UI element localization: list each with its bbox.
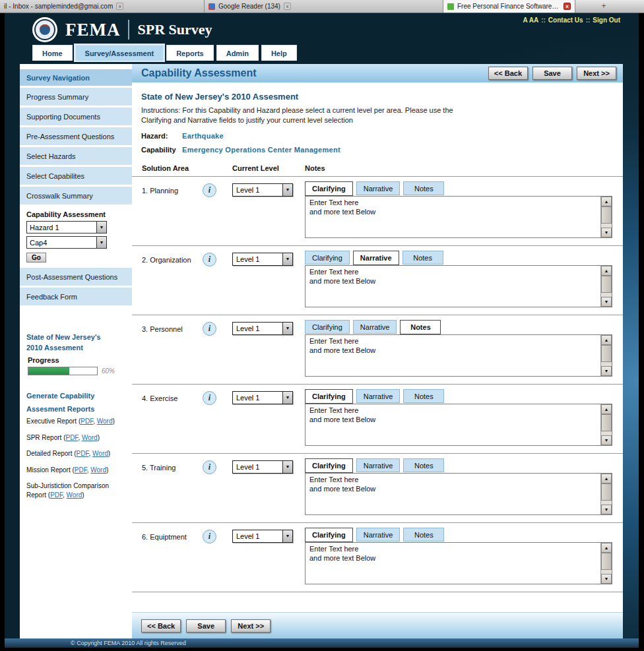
scroll-down-icon[interactable]: ▼ [601,366,612,376]
scroll-up-icon[interactable]: ▲ [601,266,612,276]
save-button[interactable]: Save [532,67,572,80]
close-icon[interactable]: x [564,3,571,10]
tab-narrative[interactable]: Narrative [356,458,401,472]
scrollbar[interactable]: ▲▼ [600,543,612,584]
info-icon[interactable]: i [203,322,216,336]
scrollbar[interactable]: ▲▼ [600,474,612,514]
next-button[interactable]: Next >> [577,67,616,80]
chevron-down-icon[interactable]: ▼ [282,461,292,473]
scroll-down-icon[interactable]: ▼ [601,435,612,445]
mission-report-pdf-link[interactable]: PDF [75,466,87,474]
tab-narrative[interactable]: Narrative [356,389,401,403]
scroll-down-icon[interactable]: ▼ [601,297,612,307]
sidebar-item-select-capabilities[interactable]: Select Capabilites [20,167,132,185]
scroll-thumb[interactable] [601,483,612,501]
contact-us-link[interactable]: Contact Us [548,16,583,24]
back-button[interactable]: << Back [488,67,528,80]
close-icon[interactable]: x [116,3,123,10]
scroll-thumb[interactable] [601,345,612,362]
scroll-up-icon[interactable]: ▲ [601,474,612,483]
new-tab-button[interactable]: + [596,0,611,13]
browser-tab-google-reader[interactable]: Google Reader (134) x [205,0,443,13]
sidebar-item-supporting-documents[interactable]: Supporting Documents [20,108,132,125]
chevron-down-icon[interactable]: ▼ [96,237,106,248]
scrollbar[interactable]: ▲▼ [600,197,612,237]
scroll-thumb[interactable] [601,276,612,293]
go-button[interactable]: Go [26,253,46,263]
tab-clarifying[interactable]: Clarifying [305,320,350,334]
scrollbar[interactable]: ▲▼ [600,266,612,307]
current-level-select[interactable]: Level 1▼ [232,183,293,197]
detailed-report-word-link[interactable]: Word [92,450,108,457]
tab-clarifying[interactable]: Clarifying [305,251,350,264]
sidebar-item-select-hazards[interactable]: Select Hazards [20,147,132,165]
tab-notes[interactable]: Notes [403,181,444,195]
scrollbar[interactable]: ▲▼ [600,404,612,445]
chevron-down-icon[interactable]: ▼ [282,323,292,334]
tab-admin[interactable]: Admin [216,45,259,61]
next-button[interactable]: Next >> [231,619,271,633]
chevron-down-icon[interactable]: ▼ [282,392,292,404]
scroll-up-icon[interactable]: ▲ [601,404,612,414]
chevron-down-icon[interactable]: ▼ [282,184,292,196]
notes-textarea[interactable]: Enter Text here and more text Below ▲▼ [305,542,612,584]
tab-help[interactable]: Help [261,45,297,61]
capability-select[interactable]: Cap4 ▼ [26,236,107,249]
sub-juristiction-report-pdf-link[interactable]: PDF [50,491,63,499]
info-icon[interactable]: i [203,391,216,405]
scroll-thumb[interactable] [601,553,612,570]
info-icon[interactable]: i [203,460,216,474]
tab-notes[interactable]: Notes [402,251,443,264]
sidebar-item-crosswalk-summary[interactable]: Crosswalk Summary [20,187,132,204]
scroll-thumb[interactable] [601,414,612,431]
scroll-down-icon[interactable]: ▼ [601,228,612,237]
tab-narrative[interactable]: Narrative [356,528,401,542]
sidebar-item-post-assessment-questions[interactable]: Post-Assessment Questions [20,268,132,286]
executive-report-word-link[interactable]: Word [97,418,113,425]
tab-clarifying[interactable]: Clarifying [305,389,353,404]
tab-survey-assessment[interactable]: Survey/Assessment [75,45,164,61]
tab-narrative[interactable]: Narrative [353,320,397,334]
close-icon[interactable]: x [284,3,291,10]
sidebar-item-feedback-form[interactable]: Feedback Form [20,288,132,305]
tab-reports[interactable]: Reports [166,45,214,61]
current-level-select[interactable]: Level 1▼ [232,460,293,474]
mission-report-word-link[interactable]: Word [90,466,106,474]
tab-narrative[interactable]: Narrative [356,181,401,195]
notes-textarea[interactable]: Enter Text here and more text Below ▲▼ [305,196,612,238]
current-level-select[interactable]: Level 1▼ [232,530,293,543]
sidebar-item-pre-assessment-questions[interactable]: Pre-Assessment Questions [20,127,132,145]
info-icon[interactable]: i [203,183,216,197]
info-icon[interactable]: i [203,530,216,543]
chevron-down-icon[interactable]: ▼ [282,530,292,542]
tab-narrative[interactable]: Narrative [353,251,399,265]
tab-notes[interactable]: Notes [403,528,444,542]
sign-out-link[interactable]: Sign Out [593,16,620,24]
scroll-thumb[interactable] [601,206,612,224]
sub-juristiction-report-word-link[interactable]: Word [67,491,82,499]
font-size-control[interactable]: A AA [523,16,538,24]
chevron-down-icon[interactable]: ▼ [96,222,106,233]
scroll-up-icon[interactable]: ▲ [601,197,612,206]
notes-textarea[interactable]: Enter Text here and more text Below ▲▼ [305,334,612,377]
detailed-report-pdf-link[interactable]: PDF [77,450,89,457]
info-icon[interactable]: i [203,253,216,266]
tab-home[interactable]: Home [32,45,73,61]
current-level-select[interactable]: Level 1▼ [232,253,293,266]
spr-report-word-link[interactable]: Word [82,434,98,441]
tab-clarifying[interactable]: Clarifying [305,528,353,542]
scroll-up-icon[interactable]: ▲ [601,543,612,553]
scroll-up-icon[interactable]: ▲ [601,335,612,345]
tab-notes[interactable]: Notes [403,389,444,403]
browser-tab-mail[interactable]: il - Inbox - sampleminded@gmai.com x [0,0,205,13]
tab-clarifying[interactable]: Clarifying [305,181,353,196]
notes-textarea[interactable]: Enter Text here and more text Below ▲▼ [305,404,612,446]
sidebar-item-progress-summary[interactable]: Progress Summary [20,88,132,106]
current-level-select[interactable]: Level 1▼ [232,391,293,404]
scrollbar[interactable]: ▲▼ [600,335,612,376]
notes-textarea[interactable]: Enter Text here and more text Below ▲▼ [305,473,612,515]
scroll-down-icon[interactable]: ▼ [601,574,612,584]
tab-notes[interactable]: Notes [400,320,441,334]
back-button[interactable]: << Back [141,619,181,633]
save-button[interactable]: Save [186,619,226,633]
